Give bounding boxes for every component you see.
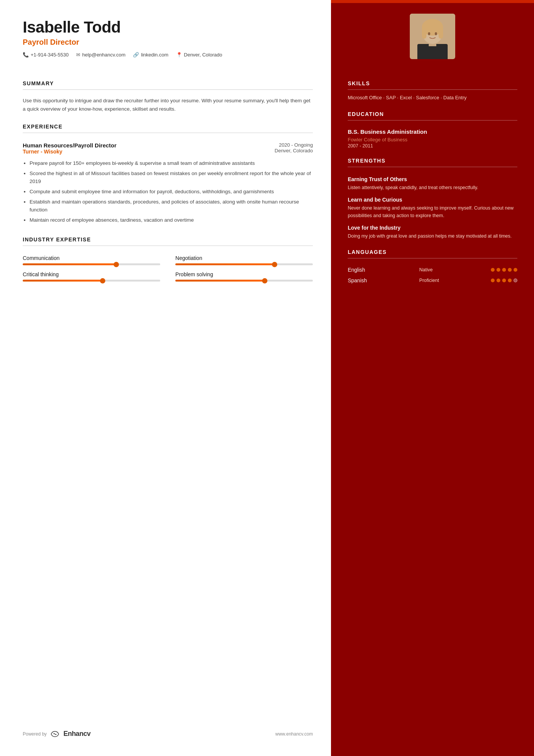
expertise-bar-fill-1 (175, 263, 274, 265)
exp-company: Turner - Wisoky (23, 149, 117, 155)
lang-name-1: Spanish (348, 277, 378, 283)
lang-level-1: Proficient (419, 278, 450, 283)
exp-job-title: Human Resources/Payroll Director (23, 142, 117, 149)
contact-location: 📍 Denver, Colorado (176, 52, 222, 58)
enhancv-logo-icon (50, 731, 60, 737)
summary-text: Use this opportunity to intrigue and dra… (23, 97, 313, 113)
lang-dot-0-3 (508, 268, 512, 272)
exp-dates: 2020 - Ongoing (275, 142, 313, 148)
exp-location: Denver, Colorado (275, 148, 313, 153)
strength-0: Earning Trust of Others Listen attentive… (348, 176, 517, 191)
expertise-critical-thinking: Critical thinking (23, 271, 160, 282)
language-spanish: Spanish Proficient (348, 277, 517, 283)
expertise-bar-dot-2 (100, 278, 105, 283)
expertise-bar-fill-2 (23, 280, 103, 282)
phone-icon: 📞 (23, 52, 29, 58)
strength-title-1: Learn and be Curious (348, 197, 517, 203)
svg-point-7 (428, 32, 430, 35)
exp-bullet-0: Prepare payroll for 150+ employees bi-we… (30, 159, 313, 167)
summary-heading: SUMMARY (23, 80, 313, 90)
expertise-label-1: Negotiation (175, 255, 313, 261)
exp-bullet-2: Compute and submit employee time and inf… (30, 188, 313, 196)
exp-bullet-3: Establish and maintain operations standa… (30, 198, 313, 214)
lang-dot-1-2 (502, 279, 506, 282)
lang-dot-1-4 (514, 279, 517, 282)
strength-desc-2: Doing my job with great love and passion… (348, 232, 517, 240)
strength-desc-0: Listen attentively, speak candidly, and … (348, 184, 517, 191)
education-heading: EDUCATION (348, 111, 517, 121)
footer-website: www.enhancv.com (275, 731, 313, 737)
lang-level-0: Native (419, 267, 450, 272)
linkedin-icon: 🔗 (133, 52, 139, 58)
svg-point-8 (435, 32, 437, 35)
footer-brand: Powered by Enhancv (23, 730, 91, 738)
expertise-bar-dot-1 (272, 262, 277, 267)
exp-bullet-1: Scored the highest in all of Missouri fa… (30, 169, 313, 186)
exp-bullets-list: Prepare payroll for 150+ employees bi-we… (23, 159, 313, 226)
strength-title-0: Earning Trust of Others (348, 176, 517, 182)
lang-dots-1 (491, 279, 517, 282)
expertise-bar-dot-0 (114, 262, 119, 267)
expertise-bar-3 (175, 280, 313, 282)
person-name: Isabelle Todd (23, 18, 313, 36)
expertise-bar-fill-0 (23, 263, 116, 265)
contact-email: ✉ help@enhancv.com (76, 52, 125, 58)
expertise-negotiation: Negotiation (175, 255, 313, 265)
location-icon: 📍 (176, 52, 182, 58)
right-column: SKILLS Microsoft Office · SAP · Excel · … (331, 0, 534, 756)
expertise-grid: Communication Negotiation Critical think… (23, 255, 313, 282)
expertise-heading: INDUSTRY EXPERTISE (23, 236, 313, 246)
languages-heading: LANGUAGES (348, 249, 517, 258)
profile-silhouette (410, 14, 455, 59)
strengths-heading: STRENGTHS (348, 158, 517, 167)
footer-brand-name: Enhancv (63, 730, 91, 738)
expertise-bar-0 (23, 263, 160, 265)
email-icon: ✉ (76, 52, 80, 58)
lang-dot-0-4 (514, 268, 517, 272)
experience-heading: EXPERIENCE (23, 124, 313, 133)
lang-dot-1-1 (497, 279, 500, 282)
language-english: English Native (348, 267, 517, 273)
powered-by-label: Powered by (23, 731, 47, 737)
exp-bullet-4: Maintain record of employee absences, ta… (30, 216, 313, 224)
person-title: Payroll Director (23, 38, 313, 47)
edu-degree: B.S. Business Administration (348, 128, 517, 136)
lang-dot-1-3 (508, 279, 512, 282)
strength-1: Learn and be Curious Never done learning… (348, 197, 517, 219)
expertise-label-0: Communication (23, 255, 160, 261)
lang-dots-0 (491, 268, 517, 272)
contact-linkedin: 🔗 linkedin.com (133, 52, 168, 58)
profile-photo (410, 14, 455, 59)
svg-rect-6 (439, 27, 443, 39)
contact-row: 📞 +1-914-345-5530 ✉ help@enhancv.com 🔗 l… (23, 52, 313, 58)
expertise-label-2: Critical thinking (23, 271, 160, 277)
contact-phone: 📞 +1-914-345-5530 (23, 52, 69, 58)
strength-desc-1: Never done learning and always seeking t… (348, 204, 517, 219)
expertise-bar-fill-3 (175, 280, 265, 282)
expertise-label-3: Problem solving (175, 271, 313, 277)
expertise-bar-1 (175, 263, 313, 265)
expertise-bar-2 (23, 280, 160, 282)
lang-name-0: English (348, 267, 378, 273)
lang-dot-1-0 (491, 279, 495, 282)
footer: Powered by Enhancv www.enhancv.com (23, 715, 313, 738)
expertise-communication: Communication (23, 255, 160, 265)
edu-school: Fowler College of Business (348, 137, 517, 142)
edu-years: 2007 - 2011 (348, 143, 517, 149)
strength-2: Love for the Industry Doing my job with … (348, 225, 517, 240)
expertise-bar-dot-3 (262, 278, 267, 283)
experience-item: Human Resources/Payroll Director Turner … (23, 142, 313, 155)
lang-dot-0-2 (502, 268, 506, 272)
strength-title-2: Love for the Industry (348, 225, 517, 231)
photo-container (348, 14, 517, 59)
lang-dot-0-1 (497, 268, 500, 272)
expertise-problem-solving: Problem solving (175, 271, 313, 282)
skills-text: Microsoft Office · SAP · Excel · Salesfo… (348, 94, 517, 102)
lang-dot-0-0 (491, 268, 495, 272)
svg-rect-5 (422, 27, 426, 39)
skills-heading: SKILLS (348, 80, 517, 90)
